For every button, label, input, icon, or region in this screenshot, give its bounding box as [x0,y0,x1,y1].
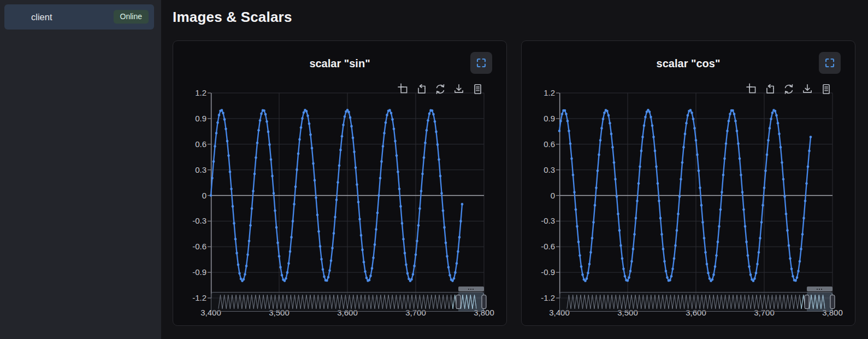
y-tick-label: 0.3 [524,165,555,175]
y-tick-label: -0.6 [524,242,555,252]
download-icon [801,83,813,97]
chart-title: scalar "cos" [522,57,855,70]
data-view-icon [820,83,832,97]
zoom-reset-button[interactable] [764,83,777,97]
data-view-button[interactable] [471,83,484,97]
plot-surface[interactable] [211,93,484,298]
datazoom-right-handle[interactable] [830,295,835,309]
y-tick-label: -0.9 [176,267,206,277]
y-tick-label: -1.2 [176,293,206,303]
download-button[interactable] [801,83,814,97]
y-tick-label: 1.2 [524,88,555,98]
y-tick-label: 0.6 [176,139,206,149]
plot-surface[interactable] [559,93,832,298]
datazoom-slider[interactable] [211,292,484,312]
datazoom-slider[interactable] [559,292,832,312]
chart-toolbar [397,83,484,97]
datazoom-preview-wave [211,293,483,311]
datazoom-preview-wave [560,293,832,311]
datazoom-move-handle[interactable] [807,287,833,291]
plot-area[interactable]: 1.20.90.60.30-0.3-0.6-0.9-1.23,4003,5003… [559,93,832,298]
datazoom-left-handle[interactable] [456,295,460,309]
chart-cards-row: scalar "sin" 1.20.90.60.30-0.3-0.6-0.9-1… [173,40,868,326]
status-badge: Online [114,10,149,24]
chart-card-cos: scalar "cos" 1.20.90.60.30-0.3-0.6-0.9-1… [521,40,855,326]
main-content: Images & Scalars scalar "sin" 1.20.90.60… [161,0,868,339]
data-view-icon [471,83,483,97]
fullscreen-button[interactable] [819,52,841,74]
fullscreen-icon [824,57,835,68]
zoom-select-button[interactable] [745,83,758,97]
zoom-select-icon [746,83,758,97]
chart-card-sin: scalar "sin" 1.20.90.60.30-0.3-0.6-0.9-1… [173,40,507,326]
fullscreen-icon [476,57,487,68]
y-tick-label: 0.9 [524,114,555,124]
zoom-reset-button[interactable] [415,83,428,97]
sidebar-item-client[interactable]: client Online [4,4,154,30]
client-label: client [31,12,52,22]
restore-button[interactable] [782,83,795,97]
zoom-reset-icon [764,83,776,97]
zoom-select-icon [397,83,409,97]
y-tick-label: -0.9 [524,267,555,277]
datazoom-window[interactable] [458,293,485,311]
chart-toolbar [745,83,832,97]
zoom-select-button[interactable] [397,83,410,97]
data-view-button[interactable] [819,83,832,97]
y-tick-label: 0 [524,191,555,201]
datazoom-move-handle[interactable] [458,287,485,291]
download-icon [453,83,465,97]
fullscreen-button[interactable] [470,52,492,74]
datazoom-window[interactable] [807,293,833,311]
y-tick-label: 1.2 [176,88,206,98]
plot-area[interactable]: 1.20.90.60.30-0.3-0.6-0.9-1.23,4003,5003… [211,93,484,298]
download-button[interactable] [452,83,465,97]
restore-icon [783,83,795,97]
y-tick-label: 0.9 [176,114,206,124]
datazoom-right-handle[interactable] [482,295,487,309]
y-tick-label: 0.3 [176,165,206,175]
y-tick-label: -0.3 [176,216,206,226]
sidebar: client Online [0,0,161,339]
page-title: Images & Scalars [173,9,868,26]
y-tick-label: -0.6 [176,242,206,252]
restore-button[interactable] [434,83,447,97]
y-tick-label: -1.2 [524,293,555,303]
zoom-reset-icon [416,83,428,97]
y-tick-label: 0.6 [524,139,555,149]
chart-title: scalar "sin" [173,57,506,70]
restore-icon [434,83,446,97]
datazoom-left-handle[interactable] [804,295,809,309]
y-tick-label: -0.3 [524,216,555,226]
y-tick-label: 0 [176,191,206,201]
